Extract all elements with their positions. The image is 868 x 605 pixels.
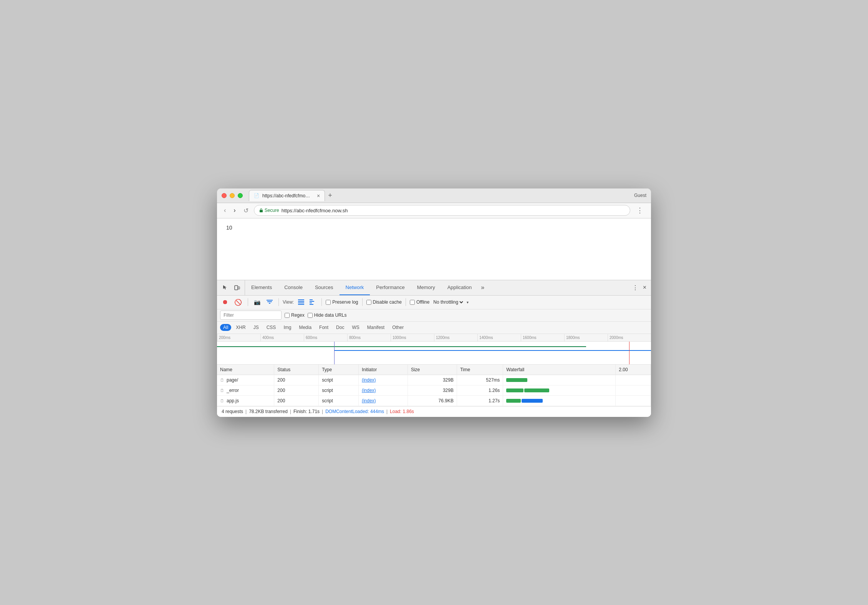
tab-performance[interactable]: Performance [370,280,411,295]
td-initiator: (index) [358,375,407,385]
filter-icon-button[interactable] [265,299,275,306]
traffic-lights [222,193,243,198]
type-btn-img[interactable]: Img [280,324,294,331]
hide-data-urls-label[interactable]: Hide data URLs [308,312,347,318]
active-tab[interactable]: 📄 https://abc-nfedfcfmoe.now.sh × [249,190,325,201]
timeline-red-vertical [629,342,629,365]
forward-button[interactable]: › [231,205,238,215]
clear-button[interactable]: 🚫 [232,298,244,307]
tab-elements[interactable]: Elements [245,280,278,295]
tab-title: https://abc-nfedfcfmoe.now.sh [262,193,312,198]
td-end [616,395,651,406]
type-btn-font[interactable]: Font [316,324,331,331]
device-icon-button[interactable] [232,283,242,292]
type-btn-manifest[interactable]: Manifest [364,324,388,331]
tab-close-button[interactable]: × [317,193,320,199]
toolbar-divider-4 [362,298,363,306]
tab-network[interactable]: Network [340,280,370,295]
ruler-1800: 1800ms [564,334,608,341]
td-time: 1.27s [457,395,503,406]
td-name-page: 🗒 page/ [217,375,274,385]
load-time: Load: 1.86s [390,409,414,414]
reload-button[interactable]: ↺ [241,205,251,216]
initiator-link[interactable]: (index) [362,398,376,403]
th-type[interactable]: Type [319,365,359,375]
svg-rect-0 [260,210,263,212]
record-button[interactable]: ⏺ [220,298,230,307]
devtools-close-button[interactable]: × [641,283,648,293]
svg-rect-1 [235,286,238,290]
tab-bar: 📄 https://abc-nfedfcfmoe.now.sh × + [249,190,634,201]
network-table: Name Status Type Initiator Size Time Wat… [217,365,651,406]
file-icon: 🗒 [220,398,224,403]
type-btn-all[interactable]: All [220,324,231,331]
maximize-traffic-light[interactable] [238,193,243,198]
tab-sources[interactable]: Sources [309,280,340,295]
th-name[interactable]: Name [217,365,274,375]
td-name-appjs: 🗒 app.js [217,395,274,406]
list-view-button[interactable] [296,298,306,306]
camera-button[interactable]: 📷 [252,298,262,306]
td-end [616,385,651,395]
th-waterfall-end: 2.00 [616,365,651,375]
close-traffic-light[interactable] [222,193,227,198]
td-size: 329B [407,385,457,395]
type-btn-js[interactable]: JS [250,324,262,331]
offline-checkbox[interactable]: Offline [410,299,429,305]
th-size[interactable]: Size [407,365,457,375]
td-size: 329B [407,375,457,385]
back-button[interactable]: ‹ [222,205,228,215]
type-btn-ws[interactable]: WS [349,324,362,331]
throttle-select[interactable]: No throttling Fast 3G Slow 3G [432,299,464,305]
type-btn-xhr[interactable]: XHR [233,324,248,331]
th-waterfall[interactable]: Waterfall [503,365,616,375]
table-row[interactable]: 🗒 app.js 200 script (index) 76.9KB 1.27s [217,395,651,406]
tab-console[interactable]: Console [278,280,309,295]
filter-input[interactable] [220,311,282,320]
minimize-traffic-light[interactable] [230,193,235,198]
more-tabs-button[interactable]: » [478,280,487,295]
devtools-more-button[interactable]: ⋮ [631,283,640,293]
timeline-graph [217,342,651,365]
url-text: https://abc-nfedfcfmoe.now.sh [282,208,348,213]
th-initiator[interactable]: Initiator [358,365,407,375]
td-waterfall [503,385,616,395]
waterfall-view-button[interactable] [308,298,318,306]
th-time[interactable]: Time [457,365,503,375]
browser-more-button[interactable]: ⋮ [633,205,646,216]
toolbar-divider-2 [278,298,279,306]
type-btn-doc[interactable]: Doc [333,324,347,331]
tab-memory[interactable]: Memory [411,280,441,295]
cursor-icon-button[interactable] [220,283,229,292]
disable-cache-checkbox[interactable]: Disable cache [366,299,402,305]
type-btn-media[interactable]: Media [296,324,315,331]
th-status[interactable]: Status [274,365,319,375]
new-tab-button[interactable]: + [325,190,335,201]
svg-rect-2 [238,287,240,289]
td-waterfall [503,395,616,406]
table-row[interactable]: 🗒 _error 200 script (index) 329B 1.26s [217,385,651,395]
url-bar[interactable]: Secure https://abc-nfedfcfmoe.now.sh [254,205,630,216]
ruler-200: 200ms [217,334,260,341]
file-icon: 🗒 [220,388,224,393]
regex-label[interactable]: Regex [285,312,305,318]
initiator-link[interactable]: (index) [362,388,376,393]
type-btn-other[interactable]: Other [389,324,407,331]
row-name: _error [227,388,239,393]
row-name: app.js [227,398,239,403]
waterfall-bar-green [506,388,523,392]
ruler-1600: 1600ms [521,334,564,341]
type-btn-css[interactable]: CSS [263,324,279,331]
waterfall-bar-green [506,378,527,382]
file-icon: 🗒 [220,378,224,382]
tab-application[interactable]: Application [441,280,478,295]
preserve-log-checkbox[interactable]: Preserve log [326,299,358,305]
tab-favicon: 📄 [254,193,259,198]
initiator-link[interactable]: (index) [362,377,376,383]
devtools-icons [217,280,245,295]
table-row[interactable]: 🗒 page/ 200 script (index) 329B 527ms [217,375,651,385]
waterfall-bar-blue [524,388,549,392]
td-time: 1.26s [457,385,503,395]
td-type: script [319,375,359,385]
devtools-panel: Elements Console Sources Network Perform… [217,280,651,417]
